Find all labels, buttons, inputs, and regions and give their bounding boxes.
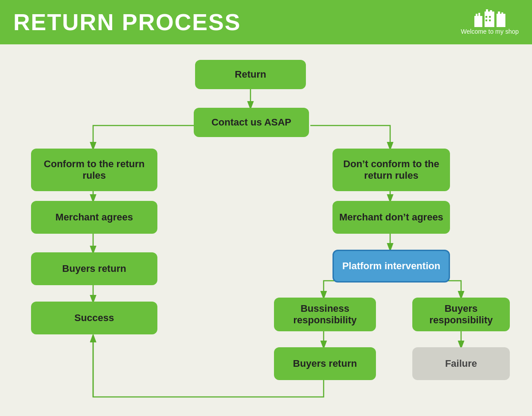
svg-rect-2 [478, 13, 480, 16]
platform-intervention-box: Platform intervention [332, 250, 450, 283]
svg-rect-3 [485, 12, 494, 27]
buyers-return-left-box: Buyers return [31, 252, 157, 285]
header-subtitle: Welcome to my shop [461, 28, 519, 35]
page-title: RETURN PROCESS [13, 9, 241, 35]
return-box: Return [195, 60, 306, 89]
building-icon [472, 9, 508, 27]
merchant-agrees-box: Merchant agrees [31, 201, 157, 234]
failure-box: Failure [412, 347, 510, 380]
buyers-resp-box: Buyers responsibility [412, 298, 510, 331]
buyers-return-right-box: Buyers return [274, 347, 376, 380]
flowchart: Return Contact us ASAP Conform to the re… [0, 51, 532, 416]
svg-rect-11 [485, 20, 487, 21]
svg-rect-1 [476, 14, 477, 16]
svg-rect-7 [498, 12, 500, 14]
not-conform-box: Don’t conform to the return rules [332, 149, 450, 191]
svg-rect-9 [485, 16, 487, 18]
svg-rect-12 [489, 20, 491, 21]
business-resp-box: Bussiness responsibility [274, 298, 376, 331]
logo-area: Welcome to my shop [461, 9, 519, 35]
success-box: Success [31, 302, 157, 334]
svg-rect-5 [490, 10, 492, 12]
conform-box: Conform to the return rules [31, 149, 157, 191]
svg-rect-10 [489, 16, 491, 18]
svg-rect-4 [486, 9, 488, 12]
page: RETURN PROCESS Welcome to my shop [0, 0, 532, 416]
svg-rect-8 [501, 12, 503, 14]
merchant-disagrees-box: Merchant don’t agrees [332, 201, 450, 234]
contact-us-box: Contact us ASAP [194, 108, 309, 137]
svg-rect-6 [497, 14, 505, 27]
header: RETURN PROCESS Welcome to my shop [0, 0, 532, 44]
svg-rect-0 [474, 16, 482, 27]
